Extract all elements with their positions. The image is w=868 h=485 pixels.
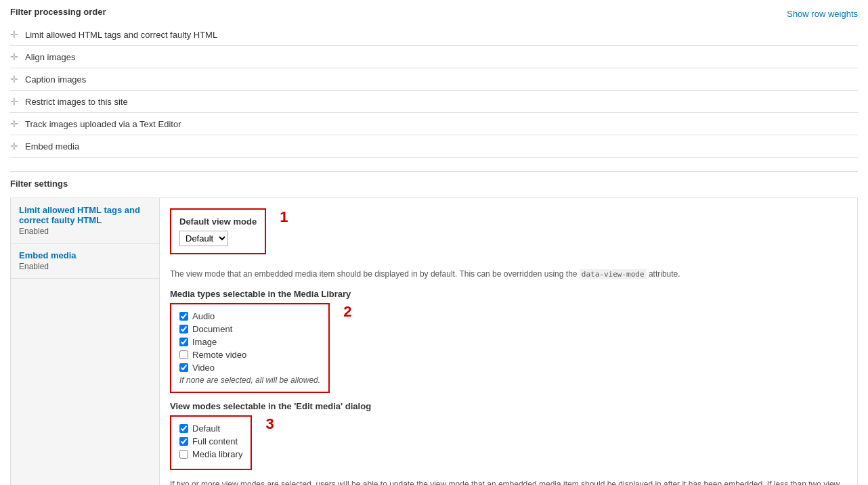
default-view-mode-label: Default view mode — [179, 216, 257, 227]
media-type-checkbox-item: Video — [179, 363, 320, 373]
annotation-2: 2 — [343, 303, 351, 321]
view-mode-label: Full content — [192, 436, 238, 446]
view-mode-label: Default — [192, 423, 220, 434]
show-row-weights-link[interactable]: Show row weights — [787, 9, 858, 19]
drag-handle-icon[interactable]: ✛ — [10, 74, 18, 85]
media-type-label: Document — [192, 324, 232, 334]
media-type-label: Remote video — [192, 350, 246, 360]
view-mode-description: The view mode that an embedded media ite… — [170, 268, 847, 281]
view-modes-section: View modes selectable in the 'Edit media… — [170, 401, 847, 470]
default-view-mode-select[interactable]: Default — [179, 231, 228, 246]
sidebar-filter-link[interactable]: Limit allowed HTML tags and correct faul… — [19, 205, 140, 225]
view-mode-checkbox-item: Media library — [179, 449, 242, 459]
view-modes-box: Default Full content Media library — [170, 415, 252, 470]
media-type-checkbox[interactable] — [179, 350, 188, 359]
view-mode-checkbox-item: Full content — [179, 436, 242, 446]
filter-row: ✛ Align images — [10, 46, 858, 68]
sidebar-filter-link[interactable]: Embed media — [19, 250, 77, 260]
page-title: Filter processing order — [10, 7, 106, 17]
annotation-1: 1 — [280, 208, 288, 226]
sidebar-filter-item[interactable]: Limit allowed HTML tags and correct faul… — [11, 198, 159, 244]
media-type-checkbox[interactable] — [179, 338, 188, 346]
media-type-checkbox-item: Audio — [179, 311, 320, 321]
filter-row: ✛ Limit allowed HTML tags and correct fa… — [10, 24, 858, 46]
filter-row: ✛ Track images uploaded via a Text Edito… — [10, 113, 858, 135]
filter-row: ✛ Restrict images to this site — [10, 91, 858, 113]
filter-order-section: ✛ Limit allowed HTML tags and correct fa… — [10, 24, 858, 158]
annotation-3: 3 — [265, 415, 274, 433]
media-type-label: Image — [192, 337, 217, 347]
sidebar-filter-status: Enabled — [19, 227, 151, 236]
view-mode-checkbox[interactable] — [179, 424, 188, 433]
view-mode-checkbox-item: Default — [179, 423, 242, 434]
filter-row-label: Restrict images to this site — [25, 97, 128, 107]
view-mode-checkbox[interactable] — [179, 437, 188, 446]
media-types-box: Audio Document Image Remote video Video … — [170, 303, 330, 393]
filter-row-label: Track images uploaded via a Text Editor — [25, 119, 181, 129]
sidebar-filter-item[interactable]: Embed media Enabled — [11, 244, 159, 279]
media-type-checkbox-item: Document — [179, 324, 320, 334]
drag-handle-icon[interactable]: ✛ — [10, 29, 18, 40]
filter-settings-sidebar: Limit allowed HTML tags and correct faul… — [11, 198, 160, 485]
drag-handle-icon[interactable]: ✛ — [10, 118, 18, 129]
drag-handle-icon[interactable]: ✛ — [10, 96, 18, 107]
media-types-section: Media types selectable in the Media Libr… — [170, 289, 847, 393]
filter-row-label: Caption images — [25, 74, 86, 85]
bottom-description: If two or more view modes are selected, … — [170, 478, 847, 486]
media-types-title: Media types selectable in the Media Libr… — [170, 289, 847, 299]
media-type-checkbox[interactable] — [179, 325, 188, 333]
view-mode-label: Media library — [192, 449, 242, 459]
default-view-mode-fieldset: Default view mode Default — [170, 208, 266, 254]
filter-settings-main: Default view mode Default 1 The view mod… — [160, 198, 857, 485]
view-modes-title: View modes selectable in the 'Edit media… — [170, 401, 847, 411]
media-type-checkbox-item: Image — [179, 337, 320, 347]
filter-settings-title: Filter settings — [10, 171, 858, 194]
filter-row-label: Align images — [25, 52, 75, 62]
media-type-checkbox[interactable] — [179, 312, 188, 321]
drag-handle-icon[interactable]: ✛ — [10, 141, 18, 152]
view-mode-checkbox[interactable] — [179, 450, 188, 459]
media-type-label: Video — [192, 363, 215, 373]
media-type-checkbox[interactable] — [179, 363, 188, 372]
media-type-label: Audio — [192, 311, 215, 321]
media-type-checkbox-item: Remote video — [179, 350, 320, 360]
filter-settings-container: Limit allowed HTML tags and correct faul… — [10, 198, 858, 485]
filter-row: ✛ Embed media — [10, 135, 858, 158]
filter-row-label: Limit allowed HTML tags and correct faul… — [25, 30, 217, 40]
drag-handle-icon[interactable]: ✛ — [10, 51, 18, 62]
sidebar-filter-status: Enabled — [19, 262, 151, 271]
media-types-hint: If none are selected, all will be allowe… — [179, 375, 320, 385]
filter-row: ✛ Caption images — [10, 68, 858, 91]
filter-row-label: Embed media — [25, 141, 79, 152]
